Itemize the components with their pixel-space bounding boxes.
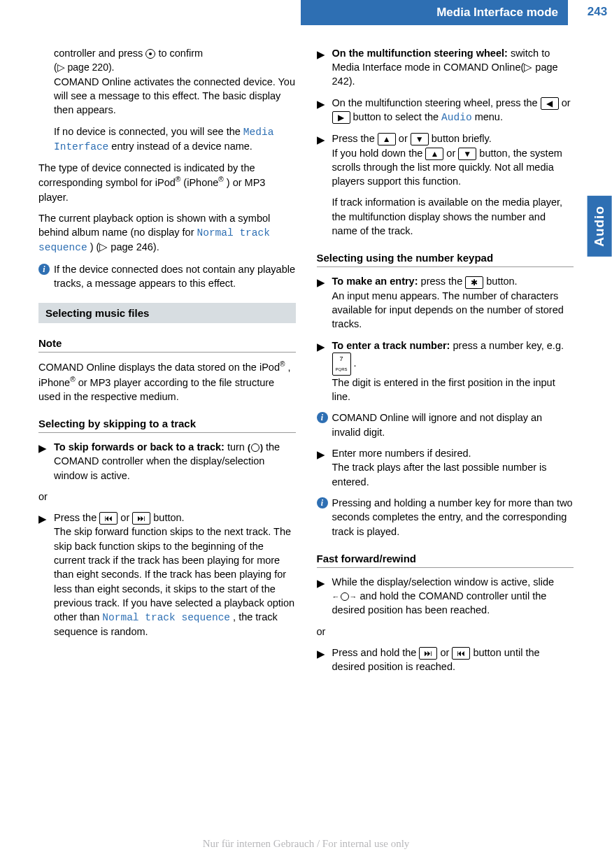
bold-label: To skip forwards or back to a track: — [54, 441, 225, 453]
left-column: controller and press to confirm (▷ page … — [38, 46, 296, 681]
text: and hold the COMAND controller until the… — [332, 590, 547, 616]
step-enter-more: ▶ Enter more numbers if desired. The tra… — [317, 446, 574, 489]
subhead-fast-forward: Fast forward/rewind — [317, 551, 574, 568]
text: press a number key, e.g. — [453, 340, 564, 351]
text: An input menu appears. The number of cha… — [332, 290, 564, 330]
text: Press the — [54, 512, 99, 523]
text: . — [354, 357, 357, 369]
bullet-icon: ▶ — [317, 48, 325, 62]
bullet-icon: ▶ — [317, 340, 325, 354]
bold-label: On the multifunction steering wheel: — [332, 48, 508, 59]
prev-track-button-icon: ⏮ — [452, 647, 470, 660]
step-skip-track: ▶ To skip forwards or back to a track: t… — [38, 440, 296, 483]
up-arrow-button-icon: ▲ — [425, 148, 443, 160]
section-selecting-music-files: Selecting music files — [38, 303, 296, 323]
text: Press the — [332, 133, 378, 144]
down-arrow-button-icon: ▼ — [458, 148, 476, 160]
text: If track information is available on the… — [332, 195, 574, 238]
prev-track-button-icon: ⏮ — [99, 512, 118, 525]
subhead-note: Note — [38, 336, 296, 353]
star-button-icon: ✱ — [465, 276, 483, 289]
text: or — [446, 148, 458, 159]
code-normal-track-sequence: Normal track sequence — [102, 612, 230, 623]
text: While the display/selection window is ac… — [332, 576, 555, 588]
page-ref: (▷ page 220). — [54, 62, 115, 73]
text: COMAND Online will ignore and not displa… — [332, 411, 574, 439]
bullet-icon: ▶ — [38, 441, 47, 455]
next-track-button-icon: ⏭ — [132, 512, 150, 525]
info-note-1: i If the device connected does not conta… — [38, 262, 296, 291]
text: press the — [421, 276, 466, 287]
text: or — [120, 512, 132, 523]
text: COMAND Online activates the connected de… — [54, 76, 295, 116]
rotate-controller-icon: () — [248, 442, 263, 454]
info-icon: i — [38, 264, 50, 275]
text: If the device connected does not contain… — [54, 262, 296, 291]
step-press-skip: ▶ Press the ⏮ or ⏭ button. The skip forw… — [38, 511, 296, 639]
text: controller and press — [54, 48, 145, 59]
subhead-number-keypad: Selecting using the number keypad — [317, 250, 574, 267]
text: button briefly. — [432, 133, 492, 144]
note-body: COMAND Online displays the data stored o… — [38, 360, 296, 404]
text: (iPhone — [183, 177, 218, 188]
bullet-icon: ▶ — [317, 576, 325, 590]
text: Press and hold the — [332, 647, 420, 658]
left-arrow-button-icon: ◀ — [541, 97, 559, 110]
side-tab-audio: Audio — [588, 196, 612, 257]
device-type-paragraph: The type of device connected is indicate… — [38, 161, 296, 204]
bullet-icon: ▶ — [38, 512, 47, 526]
text: or — [440, 647, 452, 658]
intro-paragraph: controller and press to confirm (▷ page … — [38, 46, 296, 154]
text: ) (▷ page 246). — [90, 241, 159, 252]
press-controller-icon — [145, 49, 155, 59]
text: The skip forward function skips to the n… — [54, 526, 294, 622]
bullet-icon: ▶ — [317, 448, 325, 462]
up-arrow-button-icon: ▲ — [378, 133, 396, 145]
text: or — [562, 97, 571, 108]
right-column: ▶ On the multifunction steering wheel: s… — [317, 46, 574, 681]
text: The track plays after the last possible … — [332, 462, 547, 487]
text: button. — [486, 276, 517, 287]
right-arrow-button-icon: ▶ — [332, 111, 350, 124]
step-slide-controller: ▶ While the display/selection window is … — [317, 575, 574, 618]
text: If no device is connected, you will see … — [54, 126, 243, 137]
step-select-audio-menu: ▶ On the multifunction steering wheel, p… — [317, 96, 574, 125]
text: If you hold down the — [332, 148, 426, 159]
step-enter-track-number: ▶ To enter a track number: press a numbe… — [317, 339, 574, 404]
text: Enter more numbers if desired. — [332, 448, 471, 459]
footer-watermark: Nur für internen Gebrauch / For internal… — [0, 837, 612, 851]
playback-option-paragraph: The current playback option is shown wit… — [38, 211, 296, 255]
text: button. — [153, 512, 184, 523]
or-separator: or — [317, 625, 574, 639]
text: 7 — [340, 355, 343, 362]
bullet-icon: ▶ — [317, 276, 325, 290]
bold-label: To enter a track number: — [332, 340, 450, 351]
content-area: controller and press to confirm (▷ page … — [0, 25, 612, 681]
page-header: Media Interface mode — [301, 0, 568, 25]
text: button to select the — [353, 111, 442, 122]
text: turn — [227, 441, 248, 453]
info-icon: i — [317, 497, 328, 508]
text: entry instead of a device name. — [111, 141, 252, 152]
text: or — [399, 133, 411, 144]
text: On the multifunction steering wheel, pre… — [332, 97, 541, 108]
down-arrow-button-icon: ▼ — [411, 133, 429, 145]
step-make-entry: ▶ To make an entry: press the ✱ button. … — [317, 274, 574, 331]
code-audio: Audio — [441, 112, 472, 123]
page-number: 243 — [583, 3, 612, 20]
info-icon: i — [317, 412, 328, 423]
subhead-skip-track: Selecting by skipping to a track — [38, 416, 296, 433]
info-note-2: i COMAND Online will ignore and not disp… — [317, 411, 574, 439]
or-separator: or — [38, 490, 296, 504]
bullet-icon: ▶ — [317, 133, 325, 147]
step-press-hold-ff: ▶ Press and hold the ⏭ or ⏮ button until… — [317, 646, 574, 674]
text: to confirm — [158, 48, 203, 59]
text: PQRS — [336, 367, 348, 371]
step-multifunction-wheel: ▶ On the multifunction steering wheel: s… — [317, 46, 574, 89]
text: COMAND Online displays the data stored o… — [38, 362, 280, 373]
text: menu. — [475, 111, 503, 122]
step-press-up-down: ▶ Press the ▲ or ▼ button briefly. If yo… — [317, 131, 574, 238]
seven-key-button-icon: 7 PQRS — [332, 353, 351, 376]
text: The digit is entered in the first positi… — [332, 377, 555, 402]
slide-controller-icon: ←→ — [332, 592, 357, 602]
